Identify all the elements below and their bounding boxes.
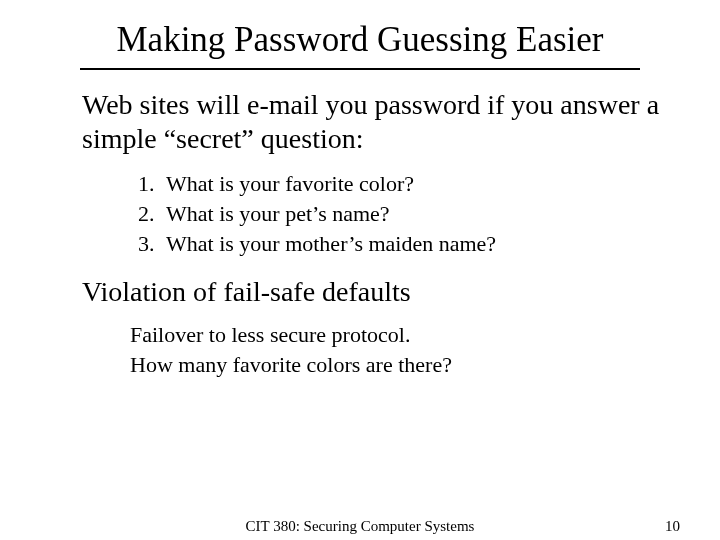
subheading: Violation of fail-safe defaults (82, 276, 660, 308)
lead-text: Web sites will e-mail you password if yo… (82, 88, 660, 155)
list-item: What is your pet’s name? (160, 199, 660, 229)
list-item: What is your mother’s maiden name? (160, 229, 660, 259)
footer-center: CIT 380: Securing Computer Systems (0, 518, 720, 535)
body-block: Failover to less secure protocol. How ma… (130, 320, 660, 379)
page-title: Making Password Guessing Easier (80, 20, 640, 70)
list-item: What is your favorite color? (160, 169, 660, 199)
body-line: Failover to less secure protocol. (130, 320, 660, 350)
question-list: What is your favorite color? What is you… (160, 169, 660, 258)
body-line: How many favorite colors are there? (130, 350, 660, 380)
slide: Making Password Guessing Easier Web site… (0, 0, 720, 380)
page-number: 10 (665, 518, 680, 535)
